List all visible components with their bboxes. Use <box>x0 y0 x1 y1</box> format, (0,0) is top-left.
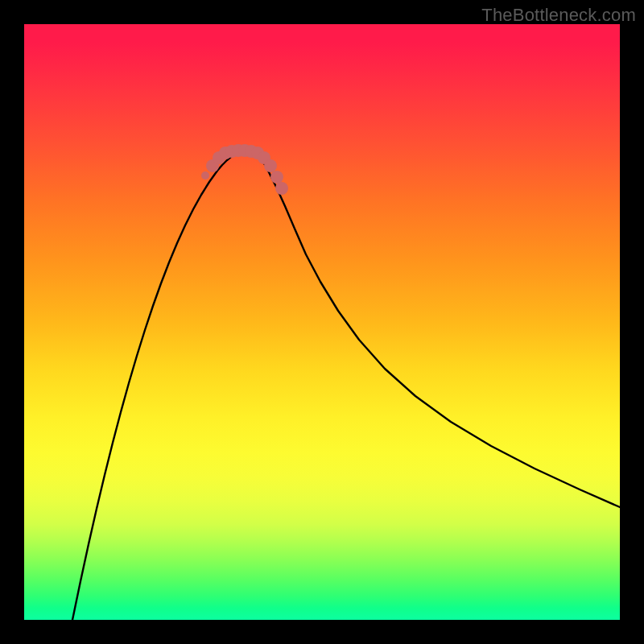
highlight-dot <box>264 159 277 172</box>
highlight-dot <box>275 182 288 195</box>
watermark-text: TheBottleneck.com <box>481 5 636 26</box>
highlight-dot <box>201 171 209 180</box>
bottleneck-curve <box>72 151 620 620</box>
chart-frame: TheBottleneck.com <box>0 0 644 644</box>
curve-layer <box>24 24 620 620</box>
bottom-highlight-dots <box>201 144 288 195</box>
plot-area <box>24 24 620 620</box>
highlight-dot <box>270 171 283 184</box>
